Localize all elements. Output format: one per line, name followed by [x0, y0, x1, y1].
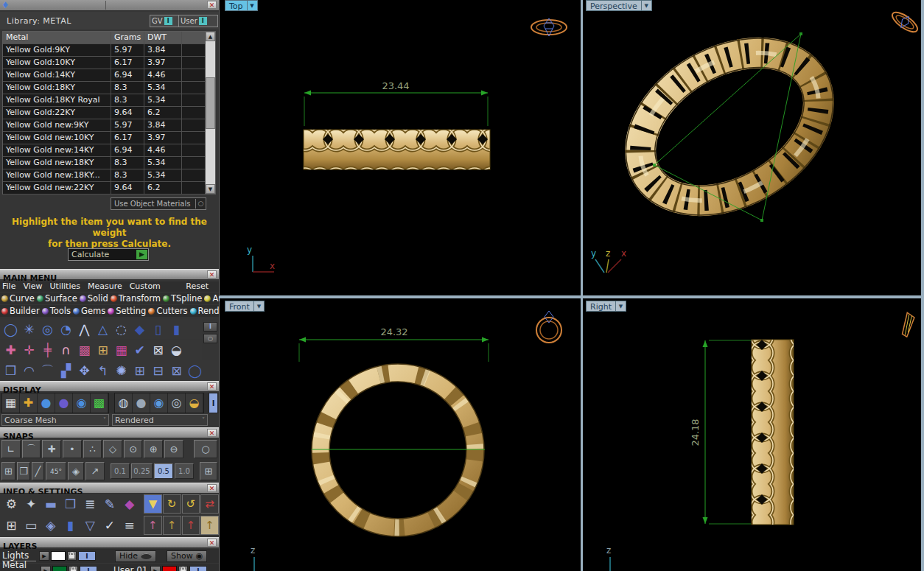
gold-axis-icon[interactable]: ✚	[20, 393, 38, 413]
plus-box-icon[interactable]: ✛	[20, 341, 38, 359]
cube-snap-icon[interactable]: ❒	[17, 462, 30, 480]
center-snap-icon[interactable]: ⊙	[124, 440, 143, 458]
column-header[interactable]: Grams	[111, 32, 144, 43]
dome-tool-icon[interactable]: ◔	[57, 320, 75, 338]
viewport-tab-right[interactable]: Right	[586, 301, 616, 312]
gumball-pink-icon[interactable]: ↑	[144, 516, 162, 535]
end-snap-icon[interactable]: ⊖	[164, 440, 183, 458]
viewport-canvas-right[interactable]: 24.18 z	[583, 298, 921, 571]
use-object-materials-toggle[interactable]: Use Object Materials ○	[111, 197, 206, 210]
viewport-divider-horizontal[interactable]	[220, 295, 921, 298]
torus-large-icon[interactable]: ◯	[186, 362, 204, 379]
menu-custom[interactable]: Custom	[130, 281, 161, 292]
loop-play-icon[interactable]: ↻	[163, 494, 181, 514]
gumball-frame-icon[interactable]: ↑	[163, 516, 181, 535]
viewport-divider-vertical[interactable]	[581, 0, 583, 571]
loop-record-icon[interactable]: ↺	[182, 494, 200, 514]
globe-icon[interactable]: ◉	[73, 393, 91, 413]
viewport-menu-icon[interactable]: ▼	[254, 301, 265, 312]
table-row[interactable]: Yellow Gold:18KY Royal8.35.34	[3, 94, 205, 107]
category-cutters[interactable]: Cutters	[148, 306, 187, 316]
viewport-tab-perspective[interactable]: Perspective	[586, 0, 642, 11]
gv-toggle-button[interactable]: GV I	[150, 15, 180, 27]
menu-view[interactable]: View	[23, 281, 42, 292]
cross-snap-icon[interactable]: ✚	[42, 440, 61, 458]
toggle-i-button[interactable]: I	[203, 322, 217, 332]
table-row[interactable]: Yellow Gold:22KY9.646.2	[3, 107, 205, 119]
layer-expand-icon[interactable]: ▶	[39, 551, 49, 561]
book-side-icon[interactable]: ▮	[167, 320, 186, 338]
panel-close-button[interactable]: ✕	[207, 1, 217, 9]
plus-icon[interactable]: ✚	[1, 341, 20, 359]
viewport-menu-icon[interactable]: ▼	[248, 0, 258, 11]
gumball-gold-icon[interactable]: ↑	[200, 516, 219, 535]
snap-step-0.25[interactable]: 0.25	[131, 463, 153, 479]
layer-i-button[interactable]: I	[80, 566, 97, 571]
gears-icon[interactable]: ⚙	[1, 494, 21, 514]
info-close-button[interactable]: ✕	[207, 484, 217, 492]
gem-cube-icon[interactable]: ◆	[119, 494, 139, 514]
fine-grid-icon[interactable]: ⊞	[200, 462, 217, 480]
column-header[interactable]: Metal	[3, 32, 111, 43]
shield-icon[interactable]: ◆	[130, 320, 149, 338]
quad-grid-icon[interactable]: ⊞	[1, 516, 21, 535]
scroll-down-icon[interactable]: ▼	[206, 184, 215, 194]
loop-red-icon[interactable]: ⇄	[200, 494, 219, 514]
copy-cubes-icon[interactable]: ❒	[60, 494, 80, 514]
cubes-icon[interactable]: ❒	[1, 362, 20, 379]
mesh-grid-icon[interactable]: ▦	[2, 393, 20, 413]
pattern-panel-icon[interactable]: ▦	[112, 341, 130, 359]
table-row[interactable]: Yellow Gold new:18KY8.35.34	[3, 157, 205, 169]
category-solid[interactable]: Solid	[80, 293, 108, 304]
cone-tool-icon[interactable]: △	[94, 320, 112, 338]
tools-grid-icon[interactable]: ⊠	[149, 341, 167, 359]
menu-utilities[interactable]: Utilities	[50, 281, 80, 292]
category-surface[interactable]: Surface	[37, 293, 77, 304]
near-snap-icon[interactable]: ⌒	[22, 440, 41, 458]
layers-close-button[interactable]: ✕	[207, 539, 217, 547]
category-transform[interactable]: Transform	[111, 293, 161, 304]
globe-wire-icon[interactable]: ◎	[168, 393, 186, 413]
layer-color-swatch[interactable]	[162, 566, 177, 571]
arc-point-icon[interactable]: ◠	[20, 362, 38, 379]
layer-i-button[interactable]: I	[78, 551, 96, 561]
viewport-tab-front[interactable]: Front	[225, 301, 254, 312]
viewport-front[interactable]: 24.32 z Front ▼	[220, 298, 581, 571]
category-gems[interactable]: Gems	[73, 306, 105, 316]
category-tools[interactable]: Tools	[42, 306, 71, 316]
viewport-canvas-front[interactable]: 24.32 z	[220, 298, 581, 571]
viewport-perspective[interactable]: y z x Perspective ▼	[583, 0, 921, 295]
vertex-snap-icon[interactable]: ∴	[83, 440, 102, 458]
table-row[interactable]: Yellow Gold:14KY6.944.46	[3, 69, 205, 82]
sphere-chrome-icon[interactable]: ◍	[115, 393, 133, 413]
viewport-canvas-top[interactable]: 23.44 y x	[220, 0, 581, 295]
corner-snap-icon[interactable]: ∟	[1, 440, 21, 458]
vector-snap-icon[interactable]: ↗	[85, 462, 105, 480]
move-icon[interactable]: ✥	[75, 362, 94, 379]
circle-toggle-button[interactable]: ○	[194, 440, 217, 458]
arc-handles-icon[interactable]: ∩	[57, 341, 75, 359]
table-row[interactable]: Yellow Gold new:22KY9.646.2	[3, 182, 205, 195]
rotate-icon[interactable]: ↰	[94, 362, 112, 379]
sphere-ghost-icon[interactable]: ●	[55, 393, 73, 413]
planar-snap-icon[interactable]: ◈	[68, 462, 84, 480]
history-bucket-icon[interactable]: ▼	[144, 494, 162, 514]
category-curve[interactable]: Curve	[1, 293, 35, 304]
orbit-icon[interactable]: ◒	[167, 341, 186, 359]
sphere-dotted-icon[interactable]: ◉	[150, 393, 168, 413]
hide-button[interactable]: Hide	[115, 550, 156, 562]
donut-tool-icon[interactable]: ◎	[38, 320, 57, 338]
layer-color-swatch[interactable]	[52, 566, 67, 571]
table-row[interactable]: Yellow Gold new:14KY6.944.46	[3, 144, 205, 157]
sphere-render-icon[interactable]: ●	[38, 393, 55, 413]
viewport-canvas-perspective[interactable]: y z x	[583, 0, 921, 295]
layer-i-button[interactable]: I	[189, 566, 207, 571]
viewport-top[interactable]: 23.44 y x Top ▼	[220, 0, 581, 295]
layer-color-swatch[interactable]	[51, 551, 66, 561]
layer-expand-icon[interactable]: ▶	[150, 566, 161, 571]
mid-snap-icon[interactable]: ⊕	[144, 440, 163, 458]
layer-lock-icon[interactable]	[178, 566, 188, 571]
table-scrollbar[interactable]: ▲ ▼	[205, 31, 216, 195]
calculate-button[interactable]: Calculate ▶	[68, 248, 149, 261]
gold-cap-icon[interactable]: ◒	[186, 393, 203, 413]
